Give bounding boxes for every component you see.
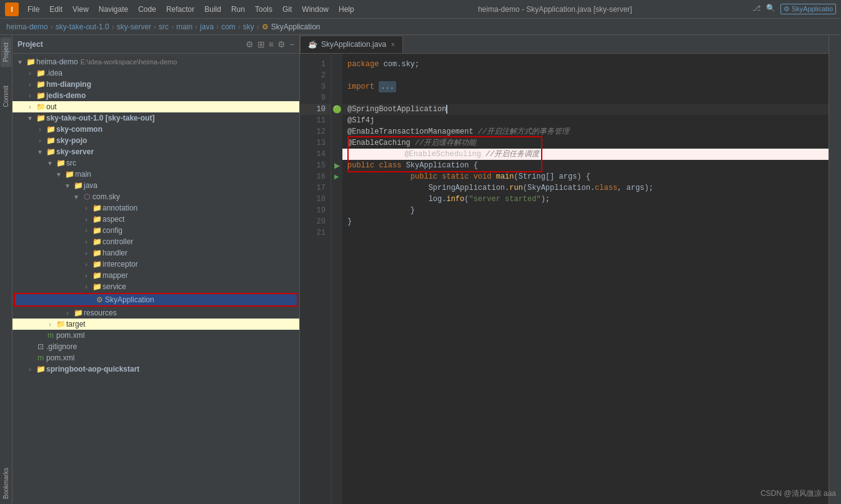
- gutter: 🟢 ▶ ▶: [331, 54, 342, 504]
- menu-build[interactable]: Build: [201, 4, 225, 15]
- tree-item-handler[interactable]: › 📁 handler: [12, 247, 299, 259]
- menu-run[interactable]: Run: [227, 4, 249, 15]
- breadcrumb-heiima[interactable]: heima-demo: [6, 22, 48, 31]
- tree-item-pom-root[interactable]: › m pom.xml: [12, 352, 299, 363]
- ln-21: 21: [300, 227, 331, 239]
- gutter-10[interactable]: 🟢: [331, 104, 342, 115]
- folder-icon-service: 📁: [91, 282, 102, 291]
- menu-git[interactable]: Git: [279, 4, 296, 15]
- tree-item-aspect[interactable]: › 📁 aspect: [12, 214, 299, 225]
- code-array-16: []: [545, 171, 554, 182]
- tree-item-hm[interactable]: › 📁 hm-dianping: [12, 79, 299, 90]
- java-icon-skyapp: ⚙: [94, 295, 105, 304]
- tree-item-skyapp[interactable]: › ⚙ SkyApplication: [14, 293, 298, 307]
- project-sync-icon[interactable]: ⊞: [257, 39, 265, 49]
- project-panel: Project ⚙ ⊞ ≡ ⚙ − ▼ 📁 heima-demo E:\idea…: [12, 35, 300, 504]
- tree-label-src: src: [66, 159, 76, 167]
- tree-item-sky-server[interactable]: ▼ 📁 sky-server: [12, 146, 299, 157]
- menu-navigate[interactable]: Navigate: [95, 4, 132, 15]
- breadcrumb-com[interactable]: com: [221, 22, 236, 31]
- project-gear-icon[interactable]: ⚙: [277, 39, 286, 49]
- tree-label-java: java: [84, 181, 97, 190]
- menu-window[interactable]: Window: [298, 4, 332, 15]
- menu-edit[interactable]: Edit: [46, 4, 66, 15]
- side-tab-commit[interactable]: Commit: [1, 81, 11, 112]
- gutter-12: [331, 126, 342, 137]
- breadcrumb-sky-take[interactable]: sky-take-out-1.0: [56, 22, 109, 31]
- tree-item-out[interactable]: › 📁 out: [12, 101, 299, 112]
- search-icon[interactable]: 🔍: [766, 4, 775, 14]
- tree-item-gitignore[interactable]: › ⊡ .gitignore: [12, 341, 299, 352]
- breadcrumb-java[interactable]: java: [200, 22, 214, 31]
- code-kw-import: import: [347, 81, 374, 92]
- menu-view[interactable]: View: [69, 4, 92, 15]
- code-line-2: [342, 70, 829, 81]
- tree-label-springboot: springboot-aop-quickstart: [46, 365, 139, 373]
- project-close-icon[interactable]: −: [289, 39, 294, 49]
- tree-item-main[interactable]: ▼ 📁 main: [12, 169, 299, 180]
- menu-code[interactable]: Code: [134, 4, 160, 15]
- ln-19: 19: [300, 205, 331, 216]
- right-side-tabs: [829, 35, 841, 504]
- tree-item-java[interactable]: ▼ 📁 java: [12, 180, 299, 191]
- tab-close-skyapp[interactable]: ×: [391, 41, 395, 48]
- tree-label-jedis: jedis-demo: [46, 91, 86, 100]
- menu-refactor[interactable]: Refactor: [162, 4, 198, 15]
- project-collapse-icon[interactable]: ≡: [269, 39, 274, 49]
- tree-item-target[interactable]: › 📁 target: [12, 319, 299, 330]
- tree-item-jedis[interactable]: › 📁 jedis-demo: [12, 90, 299, 101]
- side-tab-project[interactable]: Project: [1, 37, 11, 67]
- breadcrumb-main[interactable]: main: [176, 22, 192, 31]
- code-brace-15: {: [474, 160, 478, 171]
- ln-13: 13: [300, 137, 331, 149]
- gutter-15[interactable]: ▶: [331, 160, 342, 171]
- tree-item-interceptor[interactable]: › 📁 interceptor: [12, 259, 299, 270]
- project-settings-icon[interactable]: ⚙: [246, 39, 254, 49]
- menu-file[interactable]: File: [24, 4, 43, 15]
- tab-java-icon: ☕: [308, 40, 317, 49]
- tree-item-src[interactable]: ▼ 📁 src: [12, 157, 299, 169]
- tree-arrow-handler: ›: [81, 250, 91, 257]
- tree-item-comsky[interactable]: ▼ ⬡ com.sky: [12, 191, 299, 202]
- tree-path-root: E:\idea-workspace\heima-demo: [81, 58, 177, 66]
- tree-label-idea: .idea: [46, 69, 62, 77]
- tree-item-springboot[interactable]: › 📁 springboot-aop-quickstart: [12, 363, 299, 375]
- tree-item-controller[interactable]: › 📁 controller: [12, 236, 299, 247]
- gutter-16[interactable]: ▶: [331, 171, 342, 182]
- breadcrumb-sky[interactable]: sky: [243, 22, 254, 31]
- breadcrumb-sky-server[interactable]: sky-server: [117, 22, 151, 31]
- tree-item-service[interactable]: › 📁 service: [12, 281, 299, 292]
- gutter-21: [331, 227, 342, 239]
- tree-item-sky-take[interactable]: ▼ 📁 sky-take-out-1.0 [sky-take-out]: [12, 112, 299, 124]
- tree-item-root[interactable]: ▼ 📁 heima-demo E:\idea-workspace\heima-d…: [12, 56, 299, 67]
- gutter-13: [331, 137, 342, 149]
- git-branch-icon[interactable]: ⎇: [752, 4, 761, 14]
- tree-item-sky-common[interactable]: › 📁 sky-common: [12, 124, 299, 135]
- gutter-18: [331, 194, 342, 205]
- code-annotation-slf4j: @Slf4j: [347, 115, 374, 126]
- tree-item-sky-pojo[interactable]: › 📁 sky-pojo: [12, 135, 299, 146]
- code-content[interactable]: package com.sky; import ... @SpringBootA…: [342, 54, 829, 504]
- sky-application-button[interactable]: ⚙ SkyApplicatio: [780, 4, 836, 14]
- menu-tools[interactable]: Tools: [251, 4, 276, 15]
- tree-arrow-pom-server: ›: [35, 332, 45, 339]
- tree-item-config[interactable]: › 📁 config: [12, 225, 299, 236]
- editor-tab-skyapp[interactable]: ☕ SkyApplication.java ×: [300, 36, 403, 53]
- breadcrumb-src[interactable]: src: [159, 22, 169, 31]
- folder-icon-sky-take: 📁: [35, 114, 46, 122]
- tree-item-resources[interactable]: › 📁 resources: [12, 307, 299, 319]
- side-tab-bookmarks[interactable]: Bookmarks: [1, 463, 11, 504]
- tree-item-mapper[interactable]: › 📁 mapper: [12, 270, 299, 281]
- tree-item-idea[interactable]: › 📁 .idea: [12, 67, 299, 79]
- tree-item-pom-server[interactable]: › m pom.xml: [12, 330, 299, 341]
- tree-arrow-sky-common: ›: [35, 126, 45, 133]
- ln-3: 3: [300, 81, 331, 92]
- folder-icon-sky-server: 📁: [45, 147, 56, 156]
- tree-label-aspect: aspect: [102, 215, 124, 224]
- tree-arrow-hm: ›: [25, 81, 35, 88]
- folder-icon-handler: 📁: [91, 249, 102, 257]
- menu-help[interactable]: Help: [335, 4, 358, 15]
- code-type-string: String: [519, 171, 545, 182]
- code-cursor: [446, 105, 447, 114]
- tree-item-annotation[interactable]: › 📁 annotation: [12, 202, 299, 214]
